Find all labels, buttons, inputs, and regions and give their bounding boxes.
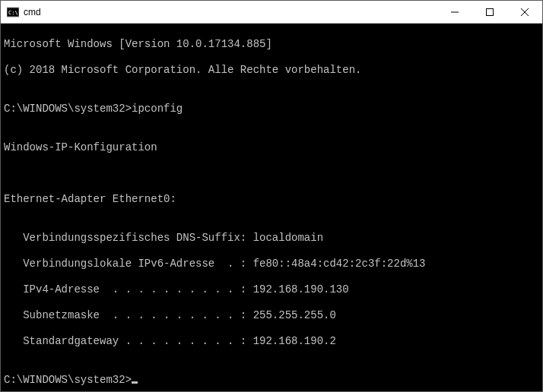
terminal-line: C:\WINDOWS\system32>ipconfig — [4, 103, 539, 115]
titlebar[interactable]: C:\ cmd — [1, 1, 542, 24]
close-button[interactable] — [507, 1, 542, 24]
minimize-button[interactable] — [437, 1, 472, 24]
cmd-window: C:\ cmd Microsoft Windows [Version 10.0.… — [0, 0, 543, 392]
svg-rect-3 — [487, 8, 494, 15]
scrollbar[interactable] — [530, 24, 542, 391]
terminal-line: Ethernet-Adapter Ethernet0: — [4, 193, 539, 206]
terminal-line: Microsoft Windows [Version 10.0.17134.88… — [4, 38, 539, 51]
window-title: cmd — [24, 7, 41, 17]
terminal-output[interactable]: Microsoft Windows [Version 10.0.17134.88… — [1, 24, 542, 391]
cmd-icon: C:\ — [7, 6, 19, 18]
terminal-prompt: C:\WINDOWS\system32> — [4, 374, 132, 386]
terminal-line: Standardgateway . . . . . . . . . : 192.… — [4, 335, 539, 348]
svg-text:C:\: C:\ — [8, 10, 18, 16]
terminal-line: Verbindungsspezifisches DNS-Suffix: loca… — [4, 232, 539, 245]
terminal-line: IPv4-Adresse . . . . . . . . . . : 192.1… — [4, 283, 539, 296]
cursor — [132, 381, 138, 384]
terminal-line: Verbindungslokale IPv6-Adresse . : fe80:… — [4, 258, 539, 270]
terminal-line: (c) 2018 Microsoft Corporation. Alle Rec… — [4, 64, 539, 77]
maximize-button[interactable] — [472, 1, 507, 24]
terminal-line: Windows-IP-Konfiguration — [4, 141, 539, 154]
terminal-line: Subnetzmaske . . . . . . . . . . : 255.2… — [4, 309, 539, 322]
